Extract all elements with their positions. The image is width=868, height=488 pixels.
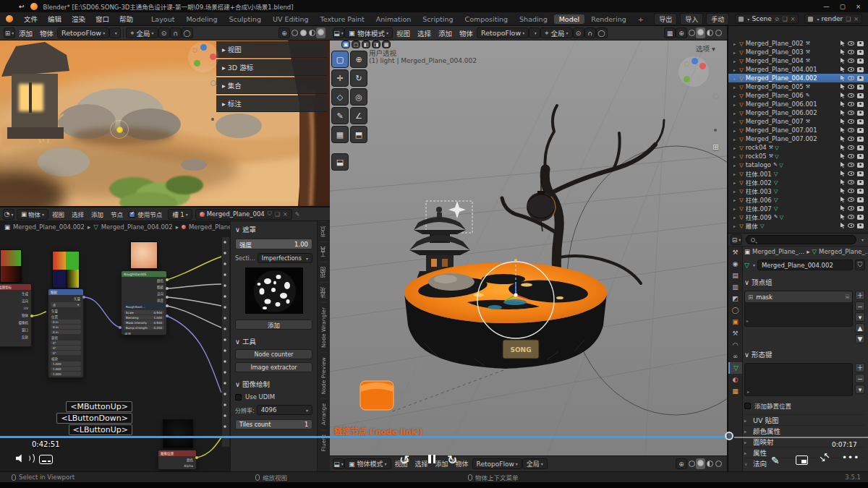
sidebar-tab[interactable]: Arrange (320, 398, 327, 429)
hide-toggle-icon[interactable] (848, 145, 854, 150)
expand-icon[interactable]: ▸ (733, 41, 739, 46)
axis-z-icon[interactable] (200, 44, 207, 51)
node-group[interactable]: RoughSlant05 颜色粗糙法向高度 RoughSlant… Scale0… (121, 270, 167, 335)
menu-item[interactable]: 渲染 (67, 14, 90, 24)
mode-paint-icon[interactable]: ◨ (372, 40, 380, 48)
selectable-toggle-icon[interactable] (841, 162, 845, 168)
camera-view-icon[interactable] (208, 116, 216, 124)
object-name[interactable]: 柱体.007 (746, 204, 772, 213)
progress-handle[interactable] (725, 432, 733, 440)
proportional-edit-icon[interactable]: ◯ (596, 27, 608, 38)
properties-tab[interactable]: ◩ (728, 293, 742, 304)
selectable-toggle-icon[interactable] (841, 93, 845, 98)
mask-section-header[interactable]: ∨ 遮罩 (235, 224, 312, 234)
workspace-tab[interactable]: Texture Paint (315, 14, 370, 24)
transform-tool[interactable]: ◎ (350, 88, 367, 106)
object-name[interactable]: tatalogo (746, 161, 771, 168)
expand-icon[interactable]: ▸ (733, 197, 739, 202)
outliner-row[interactable]: ▸ ▽ rock04 ⚒ ✎ ▽ (728, 143, 868, 152)
hide-toggle-icon[interactable] (848, 76, 854, 80)
outliner-row[interactable]: ▸ ▽ Merged_Plane_005 ⚒ ✎ ▽ (728, 82, 868, 91)
properties-tab[interactable]: ⚒ (728, 328, 742, 339)
camera-view-icon[interactable] (711, 127, 719, 135)
add-workspace-button[interactable]: + (633, 14, 649, 24)
workspace-tab[interactable]: Scripting (417, 14, 458, 24)
retopoflow-menu[interactable]: RetopoFlow▾ (477, 27, 529, 38)
properties-editor[interactable]: ⊟▾ ▾ ⚒◉▤▥◩◯▣⚒◠∞▽◐▦ ▣Merged_Plane_… ▸▽Mer… (727, 233, 868, 471)
maximize-button[interactable]: ▢ (840, 3, 846, 10)
extrude-tool[interactable]: ⬒ (350, 126, 367, 143)
hide-toggle-icon[interactable] (848, 215, 854, 219)
outliner-row[interactable]: ▸ ▽ Merged_Plane_007.001 ⚒ ✎ ▽ (728, 126, 868, 134)
zoom-icon[interactable] (713, 93, 721, 100)
render-toggle-icon[interactable] (857, 67, 864, 72)
render-toggle-icon[interactable] (857, 93, 864, 98)
axis-z-icon[interactable] (692, 58, 698, 64)
annotate-pencil-button[interactable]: ✎ (771, 455, 780, 466)
hide-toggle-icon[interactable] (848, 102, 854, 106)
select-box-tool[interactable]: ▢ (331, 51, 349, 68)
object-name[interactable]: Merged_Plane_005 (746, 83, 804, 90)
object-name[interactable]: rock05 (746, 153, 767, 160)
new-layer-icon[interactable]: ❏ (846, 16, 851, 22)
header-menu[interactable]: 视图 (48, 210, 68, 218)
properties-tab[interactable]: ▣ (728, 316, 742, 328)
render-toggle-icon[interactable] (857, 102, 864, 107)
header-menu[interactable]: 添加 (15, 28, 36, 38)
hide-toggle-icon[interactable] (848, 111, 854, 115)
render-toggle-icon[interactable] (857, 41, 864, 46)
shading-wireframe-icon[interactable] (292, 30, 298, 36)
selectable-toggle-icon[interactable] (841, 84, 845, 90)
expand-icon[interactable]: ▸ (733, 189, 739, 194)
outliner-row[interactable]: ▸ ▽ Merged_Plane_007 ⚒ ✎ ▽ (728, 117, 868, 126)
outliner[interactable]: ▸ ▽ Merged_Plane_002 ⚒ ✎ ▽ ▸ ▽ Mer (727, 26, 868, 233)
shading-wireframe-icon[interactable] (689, 30, 695, 36)
lock-icon[interactable]: ⌸ (846, 293, 849, 301)
axis-neg-y-icon[interactable] (699, 77, 704, 82)
transform-orientation[interactable]: ⌖ 全局▾ (126, 27, 158, 38)
outliner-row[interactable]: ▸ ▽ Merged_Plane_003 ⚒ ✎ ▽ (728, 48, 868, 56)
render-toggle-icon[interactable] (857, 128, 864, 133)
outliner-row[interactable]: ▸ ▽ 雕体 ⚒ ✎ ▽ (728, 221, 868, 230)
render-toggle-icon[interactable] (857, 76, 864, 81)
shading-rendered-active[interactable] (316, 27, 326, 38)
measure-tool[interactable]: ∠ (350, 107, 367, 124)
pan-hand-icon[interactable] (712, 110, 720, 118)
outliner-row[interactable]: ▸ ▽ rock05 ⚒ ✎ ▽ (728, 152, 868, 160)
outliner-row[interactable]: ▸ ▽ 柱体.006 ⚒ ✎ ▽ (728, 195, 868, 204)
shading-solid-active[interactable] (696, 458, 705, 469)
remove-shapekey-button[interactable]: − (855, 374, 865, 383)
workspace-tab[interactable]: Rendering (586, 14, 631, 24)
render-toggle-icon[interactable] (857, 145, 864, 150)
outliner-row[interactable]: ▸ ▽ 柱体.003 ⚒ ✎ ▽ (728, 187, 868, 195)
mode-edit-icon[interactable]: ▢ (352, 40, 360, 48)
object-name[interactable]: Merged_Plane_004.002 (746, 74, 817, 82)
expand-icon[interactable]: ▸ (733, 50, 739, 55)
object-name[interactable]: rock04 (746, 144, 767, 151)
hide-toggle-icon[interactable] (848, 189, 854, 193)
shading-solid-active[interactable] (696, 27, 705, 38)
volume-icon[interactable] (16, 454, 24, 464)
outliner-row[interactable]: ▸ ▽ Merged_Plane_004.001 ⚒ ✎ ▽ (728, 65, 868, 74)
shading-solid-icon[interactable] (300, 30, 307, 36)
editor-type-icon[interactable]: ◔▾ (3, 209, 14, 220)
selectable-toggle-icon[interactable] (841, 67, 845, 72)
hide-toggle-icon[interactable] (848, 223, 854, 228)
retopoflow-menu[interactable]: RetopoFlow▾ (57, 27, 109, 38)
subtitles-icon[interactable] (39, 455, 53, 466)
expand-icon[interactable]: ▸ (733, 180, 739, 185)
shield-icon[interactable]: ⛉ (855, 260, 865, 270)
render-toggle-icon[interactable] (857, 111, 864, 116)
expand-icon[interactable]: ▸ (733, 128, 739, 133)
header-menu[interactable]: 物体 (456, 28, 477, 38)
workspace-tab[interactable]: Compositing (460, 14, 514, 24)
retopoflow-menu[interactable]: RetopoFlow▾ (472, 458, 522, 469)
selectable-toggle-icon[interactable] (841, 136, 845, 142)
axis-neg-x-icon[interactable] (684, 61, 689, 67)
object-name[interactable]: Merged_Plane_006.002 (746, 109, 817, 116)
render-toggle-icon[interactable] (857, 189, 864, 194)
render-toggle-icon[interactable] (857, 119, 864, 124)
delete-layer-icon[interactable]: × (854, 16, 859, 22)
viewport-panel-集合[interactable]: ▸ 集合 (216, 77, 327, 94)
cursor-tool[interactable]: ⊕ (350, 51, 367, 68)
